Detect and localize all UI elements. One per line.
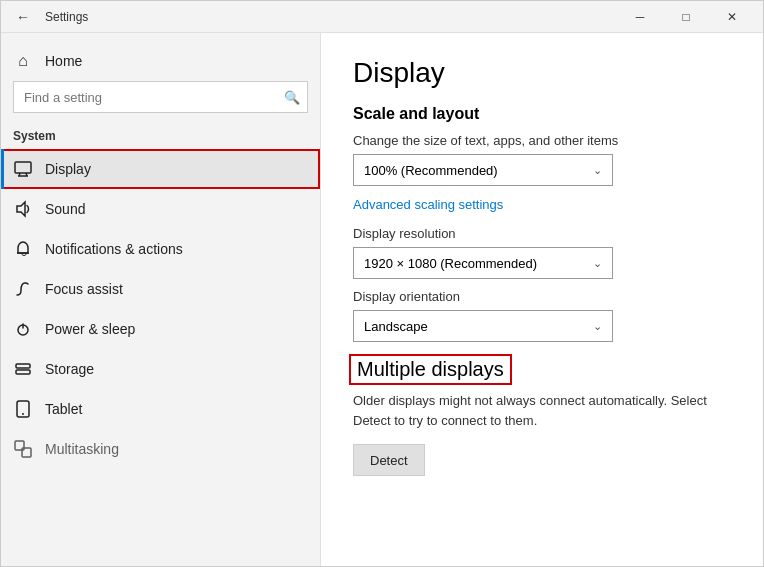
detect-button[interactable]: Detect: [353, 444, 425, 476]
svg-rect-8: [16, 364, 30, 368]
sidebar-item-sound-label: Sound: [45, 201, 85, 217]
window-title: Settings: [45, 10, 88, 24]
sidebar-item-power-label: Power & sleep: [45, 321, 135, 337]
content-area: ⌂ Home 🔍 System: [1, 33, 763, 566]
sidebar-item-multitasking-label: Multitasking: [45, 441, 119, 457]
tablet-icon: [13, 399, 33, 419]
orientation-dropdown[interactable]: Landscape ⌄: [353, 310, 613, 342]
orientation-dropdown-chevron: ⌄: [593, 320, 602, 333]
close-button[interactable]: ✕: [709, 1, 755, 33]
svg-point-11: [22, 413, 24, 415]
sidebar-item-storage[interactable]: Storage: [1, 349, 320, 389]
focus-icon: [13, 279, 33, 299]
orientation-dropdown-value: Landscape: [364, 319, 428, 334]
scale-section-title: Scale and layout: [353, 105, 731, 123]
back-icon: ←: [16, 9, 30, 25]
scale-dropdown-value: 100% (Recommended): [364, 163, 498, 178]
sidebar-search-container: 🔍: [13, 81, 308, 113]
sidebar-item-home[interactable]: ⌂ Home: [1, 41, 320, 81]
sidebar-item-display-label: Display: [45, 161, 91, 177]
sidebar-item-focus-label: Focus assist: [45, 281, 123, 297]
sidebar-section-label: System: [1, 125, 320, 149]
sidebar-item-power[interactable]: Power & sleep: [1, 309, 320, 349]
scale-dropdown-chevron: ⌄: [593, 164, 602, 177]
sound-icon: [13, 199, 33, 219]
resolution-dropdown[interactable]: 1920 × 1080 (Recommended) ⌄: [353, 247, 613, 279]
home-icon: ⌂: [13, 51, 33, 71]
multiple-displays-description: Older displays might not always connect …: [353, 391, 731, 430]
sidebar-item-sound[interactable]: Sound: [1, 189, 320, 229]
sidebar-item-multitasking[interactable]: Multitasking: [1, 429, 320, 469]
sidebar-item-notifications-label: Notifications & actions: [45, 241, 183, 257]
search-icon: 🔍: [284, 90, 300, 105]
main-content: Display Scale and layout Change the size…: [321, 33, 763, 566]
window-controls: ─ □ ✕: [617, 1, 755, 33]
power-icon: [13, 319, 33, 339]
sidebar-item-tablet-label: Tablet: [45, 401, 82, 417]
page-title: Display: [353, 57, 731, 89]
sidebar: ⌂ Home 🔍 System: [1, 33, 321, 566]
maximize-button[interactable]: □: [663, 1, 709, 33]
advanced-scaling-link[interactable]: Advanced scaling settings: [353, 197, 503, 212]
multitasking-icon: [13, 439, 33, 459]
svg-rect-0: [15, 162, 31, 173]
orientation-label: Display orientation: [353, 289, 731, 304]
multiple-displays-title: Multiple displays: [353, 358, 508, 381]
settings-window: ← Settings ─ □ ✕ ⌂ Home 🔍 System: [0, 0, 764, 567]
svg-rect-9: [16, 370, 30, 374]
sidebar-item-notifications[interactable]: Notifications & actions: [1, 229, 320, 269]
sidebar-item-focus[interactable]: Focus assist: [1, 269, 320, 309]
notifications-icon: [13, 239, 33, 259]
title-bar: ← Settings ─ □ ✕: [1, 1, 763, 33]
minimize-button[interactable]: ─: [617, 1, 663, 33]
display-icon: [13, 159, 33, 179]
resolution-dropdown-chevron: ⌄: [593, 257, 602, 270]
storage-icon: [13, 359, 33, 379]
svg-marker-4: [17, 202, 25, 216]
scale-label: Change the size of text, apps, and other…: [353, 133, 731, 148]
sidebar-item-tablet[interactable]: Tablet: [1, 389, 320, 429]
sidebar-item-display[interactable]: Display: [1, 149, 320, 189]
scale-dropdown[interactable]: 100% (Recommended) ⌄: [353, 154, 613, 186]
resolution-label: Display resolution: [353, 226, 731, 241]
sidebar-item-storage-label: Storage: [45, 361, 94, 377]
sidebar-item-home-label: Home: [45, 53, 82, 69]
back-button[interactable]: ←: [9, 3, 37, 31]
resolution-dropdown-value: 1920 × 1080 (Recommended): [364, 256, 537, 271]
search-input[interactable]: [13, 81, 308, 113]
